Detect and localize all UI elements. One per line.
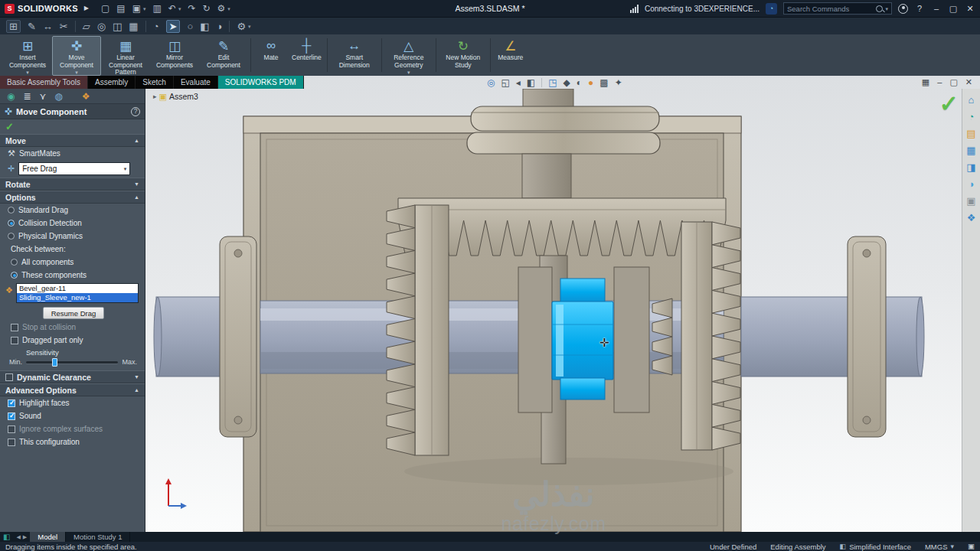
search-input[interactable] [787,5,874,13]
chevron-down-icon[interactable]: ▾ [248,24,251,29]
list-item[interactable]: Bevel_gear-11 [17,284,138,293]
open-document-icon[interactable]: ▤ [116,4,125,13]
3dexperience-compass-icon[interactable]: ◔ [766,3,777,15]
status-simplified-interface[interactable]: ◧ Simplified Interface [840,543,911,551]
right-axle-shaft[interactable] [741,297,924,377]
section-header-options[interactable]: Options ▲ [0,191,145,204]
physical-dynamics-radio[interactable]: Physical Dynamics [0,230,145,243]
display-style-icon[interactable]: ◆ [564,78,570,87]
redo-icon[interactable]: ↷ [188,4,195,13]
configurationmanager-tab-icon[interactable]: ⋎ [40,92,47,101]
section-header-dynamic-clearance[interactable]: Dynamic Clearance ▼ [0,370,145,383]
chevron-down-icon[interactable]: ▾ [227,6,230,11]
window-close-icon[interactable]: ✕ [965,5,975,13]
sketch-icon[interactable]: ✎ [28,21,36,31]
settings-gear-icon[interactable]: ⚙ [237,21,246,31]
mirror-icon[interactable]: ◫ [113,21,122,31]
ribbon-button-new-motion-study[interactable]: ↻ New Motion Study [439,36,488,76]
appearance-icon[interactable]: ◑ [217,21,223,31]
resume-drag-button[interactable]: Resume Drag [43,307,104,319]
zoom-area-icon[interactable]: ◱ [501,78,509,87]
edit-appearance-icon[interactable]: ● [588,78,593,87]
smartmates-row[interactable]: ⚒ SmartMates [0,147,145,160]
3dexperience-icon[interactable]: ◔ [969,112,975,122]
design-library-icon[interactable]: ▤ [966,129,975,139]
help-icon[interactable]: ? [131,107,140,116]
left-bevel-gear[interactable] [387,205,449,455]
tab-assembly[interactable]: Assembly [88,76,136,89]
zoom-fit-icon[interactable]: ◎ [487,78,495,87]
view-orientation-icon[interactable]: ◳ [548,78,557,87]
flyout-arrow-icon[interactable]: ▶ [84,5,89,11]
view-palette-icon[interactable]: ◨ [966,162,975,172]
dynamic-clearance-checkbox[interactable] [5,373,13,381]
forum-icon[interactable]: ❖ [967,213,976,223]
convert-entities-icon[interactable]: ▱ [83,21,90,31]
status-units[interactable]: MMGS ▾ [925,543,954,551]
ribbon-button-mate[interactable]: ∞ Mate [253,36,289,76]
help-icon[interactable]: ? [914,5,925,13]
tab-scroll-left-icon[interactable]: ◀ [16,534,20,540]
right-bearing-flange[interactable] [848,236,886,437]
ribbon-button-reference-geometry[interactable]: △ Reference Geometry ▾ [384,36,433,76]
doc-minimize-icon[interactable]: – [937,78,942,86]
selection-arrow-icon[interactable]: ➤ [166,20,181,33]
search-icon[interactable] [876,5,883,12]
ribbon-button-smart-dimension[interactable]: ↔ Smart Dimension [330,36,379,76]
new-document-icon[interactable]: ▢ [101,4,109,13]
pattern-icon[interactable]: ▦ [129,21,138,31]
tab-evaluate[interactable]: Evaluate [174,76,218,89]
home-icon[interactable]: ⌂ [969,95,975,105]
tab-solidworks-pdm[interactable]: SOLIDWORKS PDM [218,76,304,89]
ribbon-button-measure[interactable]: ∠ Measure [493,36,528,76]
highlight-faces-checkbox[interactable]: Highlight faces [0,396,145,409]
hide-show-items-icon[interactable]: ◐ [577,78,582,87]
appearances-icon[interactable]: ◑ [969,179,975,189]
sound-checkbox[interactable]: Sound [0,409,145,422]
tab-scroll-right-icon[interactable]: ▶ [23,534,27,540]
print-icon[interactable]: ▥ [152,4,161,13]
assembly-name[interactable]: Assem3 [169,92,198,101]
section-header-advanced-options[interactable]: Advanced Options ▲ [0,383,145,396]
these-components-radio[interactable]: These components [0,269,145,282]
status-tag-icon[interactable]: ▣ [968,543,975,550]
section-view-icon[interactable]: ◧ [527,78,535,87]
sensitivity-slider[interactable] [26,361,118,364]
options-gear-icon[interactable]: ⚙ [217,4,226,13]
apply-scene-icon[interactable]: ▩ [599,78,608,87]
doc-restore-icon[interactable]: ▢ [949,78,957,86]
viewport-layout-icon[interactable]: ▦ [922,78,929,86]
previous-view-icon[interactable]: ◂ [516,78,521,87]
window-restore-icon[interactable]: ▢ [948,5,959,13]
3d-viewport-scene[interactable] [145,89,962,532]
graphics-area[interactable]: ▸ ▣ Assem3 ◎ ◱ ◂ ◧ ◳ ◆ ◐ ● ▩ ✦ ▦ – [0,76,980,532]
feature-tree-flyout[interactable]: ▸ ▣ Assem3 [153,92,198,101]
left-bearing-flange[interactable] [220,236,256,437]
dragged-part-only-checkbox[interactable]: Dragged part only [0,334,145,347]
file-explorer-icon[interactable]: ▦ [966,145,975,155]
chevron-down-icon[interactable]: ▾ [143,6,146,11]
custom-properties-icon[interactable]: ▣ [966,196,975,206]
ok-button[interactable]: ✓ [5,122,14,132]
this-configuration-checkbox[interactable]: This configuration [0,435,145,448]
confirm-ok-button[interactable]: ✓ [939,93,959,116]
featuremanager-tab-icon[interactable]: ≣ [23,92,31,101]
connection-status[interactable]: Connecting to 3DEXPERIENCE... [645,5,760,13]
zoom-icon[interactable]: ○ [187,21,193,31]
view-settings-icon[interactable]: ✦ [615,78,622,87]
right-spider-plate[interactable] [614,267,649,412]
ribbon-button-linear-component-pattern[interactable]: ▦ Linear Component Pattern ▾ [101,36,150,76]
slider-thumb[interactable] [52,358,57,367]
undo-icon[interactable]: ↶ [168,4,176,13]
stop-at-collision-checkbox[interactable]: Stop at collision [0,321,145,334]
rebuild-icon[interactable]: ↻ [202,4,210,13]
solidworks-resources-icon[interactable]: ◧ [0,532,13,542]
propertymanager-tab-icon[interactable]: ◉ [7,92,15,101]
ribbon-button-move-component[interactable]: ✜ Move Component ▾ [52,36,101,76]
search-commands-box[interactable]: ▾ [783,2,892,15]
section-header-move[interactable]: Move ▲ [0,134,145,147]
list-item-selected[interactable]: Sliding_Sleeve_new-1 [17,293,138,302]
left-spider-plate[interactable] [518,267,552,412]
ignore-complex-surfaces-checkbox[interactable]: Ignore complex surfaces [0,422,145,435]
appearances-tab-icon[interactable]: ❖ [82,92,90,101]
